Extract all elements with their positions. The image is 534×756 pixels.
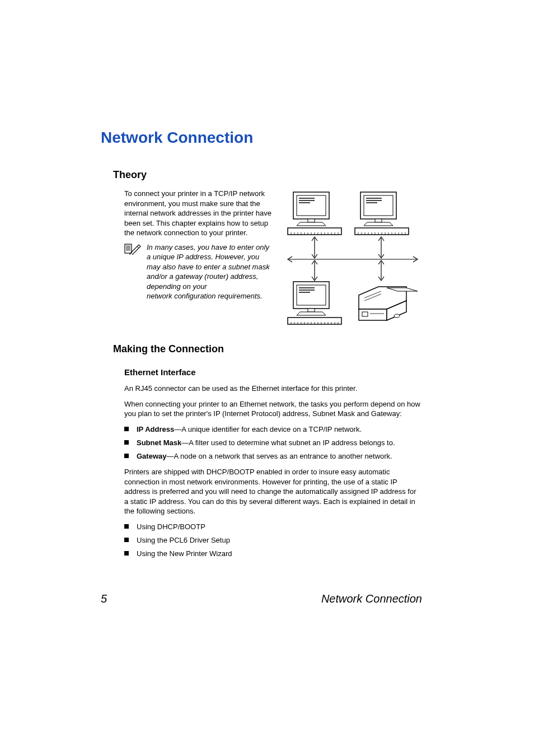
computer-icon bbox=[288, 192, 341, 235]
list-item: Using the PCL6 Driver Setup bbox=[124, 535, 422, 545]
methods-list: Using DHCP/BOOTP Using the PCL6 Driver S… bbox=[124, 522, 422, 559]
list-item: Subnet Mask—A filter used to determine w… bbox=[124, 438, 422, 448]
theory-block: To connect your printer in a TCP/IP netw… bbox=[124, 189, 422, 328]
svg-rect-0 bbox=[125, 244, 132, 253]
printer-icon bbox=[359, 287, 418, 320]
list-item: Using DHCP/BOOTP bbox=[124, 522, 422, 532]
network-arrows bbox=[288, 237, 418, 281]
list-item: IP Address—A unique identifier for each … bbox=[124, 424, 422, 435]
svg-rect-13 bbox=[308, 219, 315, 222]
svg-rect-88 bbox=[362, 312, 368, 316]
computer-icon bbox=[355, 192, 409, 235]
svg-point-90 bbox=[394, 314, 400, 318]
svg-marker-65 bbox=[297, 312, 326, 315]
page-footer: 5 Network Connection bbox=[101, 592, 422, 605]
network-diagram bbox=[283, 189, 422, 328]
list-item: Gateway—A node on a network that serves … bbox=[124, 451, 422, 461]
list-item: Using the New Printer Wizard bbox=[124, 549, 422, 559]
svg-marker-14 bbox=[297, 222, 326, 226]
making-connection-heading: Making the Connection bbox=[113, 343, 422, 355]
theory-paragraph: To connect your printer in a TCP/IP netw… bbox=[124, 189, 273, 238]
ethernet-interface-heading: Ethernet Interface bbox=[124, 367, 422, 377]
footer-section-label: Network Connection bbox=[321, 592, 422, 605]
def-desc: —A node on a network that serves as an e… bbox=[166, 452, 392, 460]
theory-heading: Theory bbox=[113, 169, 422, 181]
def-desc: —A unique identifier for each device on … bbox=[174, 425, 362, 433]
svg-rect-64 bbox=[308, 309, 315, 312]
ethernet-p2: When connecting your printer to an Ether… bbox=[124, 399, 422, 419]
note-text: In many cases, you have to enter only a … bbox=[147, 242, 273, 292]
definitions-list: IP Address—A unique identifier for each … bbox=[124, 424, 422, 462]
svg-rect-36 bbox=[375, 219, 382, 222]
def-term: Gateway bbox=[137, 452, 166, 460]
svg-line-7 bbox=[137, 246, 139, 248]
ethernet-p3: Printers are shipped with DHCP/BOOTP ena… bbox=[124, 467, 422, 516]
page: Network Connection Theory To connect you… bbox=[0, 0, 534, 756]
ethernet-p1: An RJ45 connector can be used as the Eth… bbox=[124, 384, 422, 394]
def-desc: —A filter used to determine what subnet … bbox=[181, 438, 395, 447]
computer-icon bbox=[288, 282, 341, 324]
note-row: In many cases, you have to enter only a … bbox=[124, 242, 273, 292]
page-title: Network Connection bbox=[101, 129, 422, 147]
note-pen-icon bbox=[124, 242, 141, 255]
page-number: 5 bbox=[101, 592, 107, 605]
def-term: IP Address bbox=[137, 425, 174, 433]
note-text-continued: network configuration requirements. bbox=[147, 291, 273, 301]
def-term: Subnet Mask bbox=[137, 438, 181, 447]
svg-marker-37 bbox=[364, 222, 393, 226]
theory-text: To connect your printer in a TCP/IP netw… bbox=[124, 189, 273, 328]
